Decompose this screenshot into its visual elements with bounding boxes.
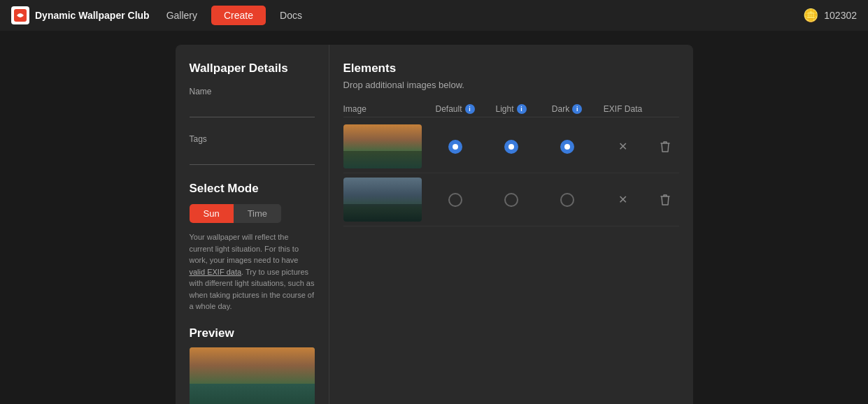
thumbnail-2 — [343, 178, 422, 222]
default-radio-1[interactable] — [448, 140, 462, 154]
trash-icon-1[interactable] — [660, 140, 671, 153]
dark-radio-1[interactable] — [560, 140, 574, 154]
elements-title: Elements — [343, 62, 679, 75]
coins-icon: 🪙 — [803, 8, 818, 23]
dark-radio-2[interactable] — [560, 193, 574, 207]
gallery-link[interactable]: Gallery — [166, 10, 197, 21]
th-image: Image — [343, 104, 427, 114]
nav-right: 🪙 102302 — [803, 8, 857, 23]
tags-label: Tags — [190, 134, 315, 144]
light-info-icon: i — [517, 104, 527, 114]
select-mode-title: Select Mode — [190, 182, 315, 196]
nav-brand: Dynamic Wallpaper Club — [11, 6, 150, 24]
main-container: Wallpaper Details Name Tags Select Mode … — [0, 31, 868, 404]
preview-section: Preview — [190, 326, 315, 405]
preview-title: Preview — [190, 326, 315, 340]
delete-cell-2[interactable] — [651, 194, 679, 206]
light-radio-cell-2[interactable] — [483, 193, 539, 207]
thumb-cell-2 — [343, 178, 427, 222]
create-button[interactable]: Create — [211, 6, 266, 25]
th-exif: EXIF Data — [595, 104, 651, 114]
exif-data-link[interactable]: valid EXIF data — [190, 268, 242, 276]
nav-logo-icon — [11, 6, 29, 24]
name-input[interactable] — [190, 101, 315, 117]
thumb-cell-1 — [343, 124, 427, 168]
docs-link[interactable]: Docs — [280, 10, 302, 21]
light-radio-2[interactable] — [504, 193, 518, 207]
light-radio-1[interactable] — [504, 140, 518, 154]
default-radio-cell-2[interactable] — [427, 193, 483, 207]
table-header: Image Default i Light i Dark i — [343, 101, 679, 117]
nav-links: Gallery Create Docs — [166, 6, 787, 25]
preview-image — [190, 347, 315, 405]
table-row: ✕ — [343, 120, 679, 173]
mode-toggle-group: Sun Time — [190, 204, 282, 223]
brand-name: Dynamic Wallpaper Club — [35, 10, 150, 21]
default-radio-cell-1[interactable] — [427, 140, 483, 154]
elements-table: Image Default i Light i Dark i — [343, 101, 679, 226]
exif-x-cell-2: ✕ — [595, 193, 651, 206]
table-row: ✕ — [343, 173, 679, 226]
default-info-icon: i — [465, 104, 475, 114]
thumbnail-1 — [343, 124, 422, 168]
mode-description: Your wallpaper will reflect the current … — [190, 231, 315, 312]
mode-time-button[interactable]: Time — [234, 204, 281, 223]
content-box: Wallpaper Details Name Tags Select Mode … — [176, 45, 693, 404]
delete-cell-1[interactable] — [651, 140, 679, 153]
mode-sun-button[interactable]: Sun — [190, 204, 234, 223]
name-field-group: Name — [190, 87, 315, 129]
dark-radio-cell-2[interactable] — [539, 193, 595, 207]
coins-count: 102302 — [824, 10, 857, 21]
right-panel: Elements Drop additional images below. I… — [329, 45, 693, 404]
name-label: Name — [190, 87, 315, 96]
drop-hint: Drop additional images below. — [343, 80, 679, 90]
dark-radio-cell-1[interactable] — [539, 140, 595, 154]
navbar: Dynamic Wallpaper Club Gallery Create Do… — [0, 0, 868, 31]
th-delete — [651, 104, 679, 114]
wallpaper-details-title: Wallpaper Details — [190, 62, 315, 75]
th-light: Light i — [483, 104, 539, 114]
trash-icon-2[interactable] — [660, 194, 671, 206]
light-radio-cell-1[interactable] — [483, 140, 539, 154]
tags-field-group: Tags — [190, 134, 315, 176]
exif-x-icon-1: ✕ — [618, 140, 627, 153]
th-dark: Dark i — [539, 104, 595, 114]
th-default: Default i — [427, 104, 483, 114]
dark-info-icon: i — [572, 104, 582, 114]
exif-x-icon-2: ✕ — [618, 193, 627, 206]
default-radio-2[interactable] — [448, 193, 462, 207]
tags-input[interactable] — [190, 148, 315, 165]
left-panel: Wallpaper Details Name Tags Select Mode … — [176, 45, 329, 404]
exif-x-cell-1: ✕ — [595, 140, 651, 153]
